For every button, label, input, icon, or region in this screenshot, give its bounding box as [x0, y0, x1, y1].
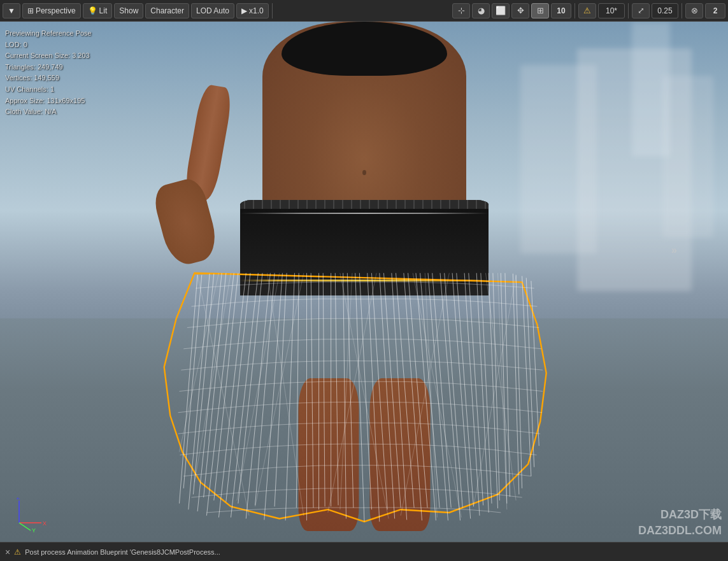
svg-line-38 — [311, 273, 313, 508]
toolbar-right: ⊹ ◕ ⬜ ✥ ⊞ 10 ⚠ 10* ⤢ 0.25 ⊗ 2 — [452, 3, 725, 18]
torso — [262, 22, 466, 295]
show-btn[interactable]: Show — [114, 3, 143, 18]
num-2-label: 2 — [713, 6, 718, 15]
svg-line-17 — [403, 273, 422, 521]
sphere-icon-btn[interactable]: ◕ — [472, 3, 490, 18]
svg-line-33 — [225, 273, 250, 502]
svg-text:X: X — [43, 520, 46, 527]
notification-text: Post process Animation Blueprint 'Genesi… — [25, 548, 220, 556]
svg-line-27 — [522, 276, 531, 476]
svg-line-65 — [485, 273, 516, 501]
watermark-line1: DAZ3D下载 — [638, 507, 722, 523]
lit-btn[interactable]: 💡 Lit — [83, 3, 113, 18]
svg-line-5 — [231, 273, 258, 518]
num-2-btn[interactable]: 2 — [705, 3, 725, 18]
wireframe-skirt — [148, 270, 581, 525]
lod-btn[interactable]: LOD Auto — [191, 3, 234, 18]
svg-line-49 — [444, 273, 462, 508]
separator-2 — [575, 3, 575, 18]
svg-line-8 — [285, 273, 294, 521]
building-3 — [662, 76, 713, 238]
speed-label: x1.0 — [249, 6, 264, 15]
svg-line-37 — [296, 273, 299, 508]
svg-line-71 — [497, 273, 506, 509]
svg-line-31 — [203, 273, 225, 497]
value-input[interactable]: 0.25 — [652, 3, 678, 18]
svg-text:Y: Y — [32, 527, 36, 532]
angle-value: 10* — [606, 6, 617, 15]
viewport[interactable]: Previewing Reference Pose LOD: 0 Current… — [0, 22, 728, 561]
grid-icon-btn[interactable]: ⊹ — [452, 3, 470, 18]
svg-line-15 — [379, 273, 394, 519]
svg-line-47 — [420, 273, 439, 508]
notification-warning-icon: ⚠ — [14, 548, 21, 557]
svg-line-40 — [335, 273, 338, 506]
svg-line-7 — [264, 273, 282, 520]
cube-icon-btn[interactable]: ⬜ — [492, 3, 510, 18]
svg-line-76 — [19, 523, 31, 530]
perspective-btn[interactable]: ⊞ Perspective — [22, 3, 81, 18]
separator-3 — [628, 3, 629, 18]
watermark-line2: DAZ3DDL.COM — [638, 523, 722, 539]
num-10-btn[interactable]: 10 — [551, 3, 571, 18]
move-icon-btn[interactable]: ✥ — [511, 3, 529, 18]
lod-label: LOD Auto — [196, 6, 229, 15]
lit-label: Lit — [99, 6, 108, 15]
separator-4 — [682, 3, 682, 18]
perspective-icon: ⊞ — [27, 6, 34, 15]
notification-bar: × ⚠ Post process Animation Blueprint 'Ge… — [0, 542, 728, 561]
svg-line-42 — [359, 273, 371, 509]
svg-line-4 — [218, 273, 246, 518]
speed-btn[interactable]: ▶ x1.0 — [236, 3, 269, 18]
maximize-icon-btn[interactable]: ⤢ — [632, 3, 650, 18]
svg-line-0 — [179, 275, 197, 504]
grid2-icon-btn[interactable]: ⊞ — [531, 3, 549, 18]
svg-line-46 — [408, 273, 427, 508]
svg-line-48 — [432, 273, 451, 508]
svg-line-12 — [343, 273, 346, 519]
svg-line-13 — [355, 273, 364, 522]
svg-line-44 — [383, 273, 401, 508]
toolbar: ▼ ⊞ Perspective 💡 Lit Show Character LOD… — [0, 0, 728, 22]
bikini-top — [282, 22, 447, 76]
svg-line-61 — [339, 273, 388, 519]
svg-line-55 — [516, 275, 522, 488]
svg-line-18 — [415, 273, 435, 521]
speed-indicator: » — [671, 245, 677, 256]
play-icon: ▶ — [241, 6, 247, 15]
svg-line-2 — [197, 273, 222, 511]
selection-outline-path — [164, 273, 546, 522]
svg-line-39 — [323, 273, 325, 507]
separator-1 — [272, 3, 273, 18]
num-10-label: 10 — [557, 6, 565, 15]
character-label: Character — [150, 6, 184, 15]
perspective-label: Perspective — [36, 6, 76, 15]
value-label: 0.25 — [657, 6, 672, 15]
lit-icon: 💡 — [88, 6, 97, 15]
viewport-menu-btn[interactable]: ▼ — [3, 3, 20, 18]
angle-input[interactable]: 10* — [598, 3, 625, 18]
viewport-menu-icon: ▼ — [8, 6, 15, 15]
svg-line-30 — [193, 274, 213, 495]
svg-line-14 — [367, 273, 379, 522]
svg-line-20 — [440, 273, 460, 521]
show-label: Show — [119, 6, 138, 15]
svg-line-60 — [255, 273, 303, 507]
character-btn[interactable]: Character — [145, 3, 189, 18]
wireframe-svg — [148, 270, 581, 525]
svg-line-26 — [513, 274, 519, 495]
layers-icon-btn[interactable]: ⊗ — [685, 3, 703, 18]
svg-line-62 — [327, 273, 376, 513]
svg-line-16 — [391, 273, 406, 520]
skirt-zigzag-pattern — [240, 200, 489, 209]
svg-line-22 — [464, 273, 480, 516]
notification-close-btn[interactable]: × — [5, 547, 10, 557]
diagonal-line — [240, 213, 489, 214]
svg-line-43 — [371, 273, 387, 509]
svg-line-21 — [452, 273, 471, 519]
warning-icon-btn[interactable]: ⚠ — [578, 3, 596, 18]
svg-text:Z: Z — [17, 497, 20, 501]
building-4 — [632, 22, 670, 157]
axes-gizmo: X Z Y — [13, 497, 45, 529]
svg-line-35 — [255, 273, 274, 506]
